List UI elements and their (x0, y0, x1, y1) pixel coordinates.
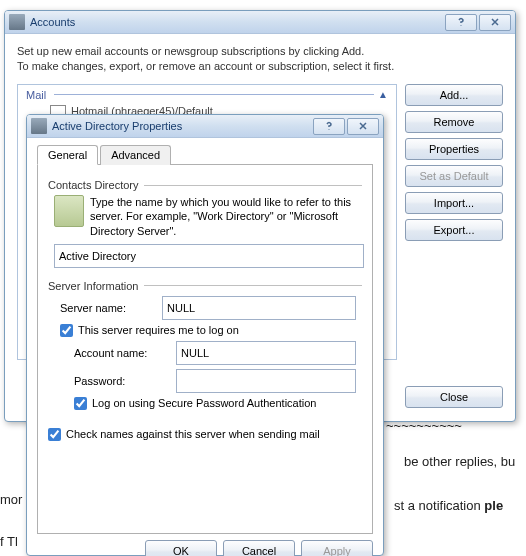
contacts-description: Type the name by which you would like to… (54, 195, 362, 238)
background-text-notification: st a notification ple (394, 498, 503, 513)
check-names-label: Check names against this server when sen… (66, 428, 320, 440)
cancel-button[interactable]: Cancel (223, 540, 295, 556)
accounts-close-button[interactable] (479, 14, 511, 31)
properties-help-button[interactable] (313, 118, 345, 135)
label-password: Password: (74, 375, 176, 387)
label-server-name: Server name: (60, 302, 162, 314)
properties-window: Active Directory Properties General Adva… (26, 114, 384, 556)
accounts-intro: Set up new email accounts or newsgroup s… (17, 44, 503, 74)
contacts-description-text: Type the name by which you would like to… (90, 195, 362, 238)
accounts-app-icon (9, 14, 25, 30)
properties-button[interactable]: Properties (405, 138, 503, 160)
section-server-information: Server Information (48, 280, 362, 292)
spa-checkbox[interactable] (74, 397, 87, 410)
close-button[interactable]: Close (405, 386, 503, 408)
label-account-name: Account name: (74, 347, 176, 359)
logon-required-label: This server requires me to log on (78, 324, 239, 336)
ok-button[interactable]: OK (145, 540, 217, 556)
tabs: General Advanced (37, 144, 373, 165)
set-default-button: Set as Default (405, 165, 503, 187)
collapse-caret-icon[interactable]: ▲ (378, 89, 388, 100)
tab-content: Contacts Directory Type the name by whic… (37, 165, 373, 534)
export-button[interactable]: Export... (405, 219, 503, 241)
server-name-input[interactable] (162, 296, 356, 320)
properties-title: Active Directory Properties (52, 120, 311, 132)
spa-label: Log on using Secure Password Authenticat… (92, 397, 316, 409)
remove-button[interactable]: Remove (405, 111, 503, 133)
dialog-buttons: OK Cancel Apply (37, 540, 373, 556)
check-names-checkbox[interactable] (48, 428, 61, 441)
properties-body: General Advanced Contacts Directory Type… (27, 138, 383, 556)
accounts-buttons: Add... Remove Properties Set as Default … (405, 84, 503, 408)
tab-advanced[interactable]: Advanced (100, 145, 171, 165)
section-contacts-directory: Contacts Directory (48, 179, 362, 191)
accounts-group-mail[interactable]: Mail ▲ (20, 87, 394, 103)
accounts-title: Accounts (30, 16, 443, 28)
background-text-mor: mor (0, 492, 22, 507)
directory-name-input[interactable] (54, 244, 364, 268)
group-divider (54, 94, 374, 95)
properties-app-icon (31, 118, 47, 134)
account-name-input[interactable] (176, 341, 356, 365)
add-button[interactable]: Add... (405, 84, 503, 106)
import-button[interactable]: Import... (405, 192, 503, 214)
logon-required-checkbox[interactable] (60, 324, 73, 337)
directory-server-icon (54, 195, 84, 227)
group-label: Mail (26, 89, 46, 101)
properties-titlebar[interactable]: Active Directory Properties (27, 115, 383, 138)
accounts-titlebar[interactable]: Accounts (5, 11, 515, 34)
apply-button: Apply (301, 540, 373, 556)
password-input[interactable] (176, 369, 356, 393)
properties-close-button[interactable] (347, 118, 379, 135)
background-text-ft: f Tl (0, 534, 18, 549)
accounts-help-button[interactable] (445, 14, 477, 31)
tab-general[interactable]: General (37, 145, 98, 165)
background-text-replies: be other replies, bu (404, 454, 515, 469)
